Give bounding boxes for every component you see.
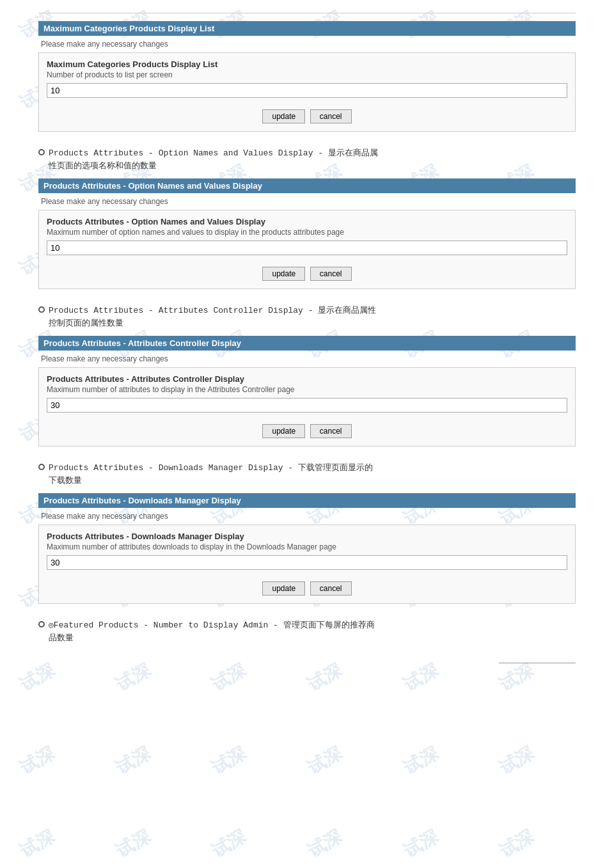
max-categories-input[interactable] [47,83,567,98]
option-names-separator-text: Products Attributes - Option Names and V… [49,147,378,172]
controller-separator-text: Products Attributes - Attributes Control… [49,304,376,329]
featured-separator-line2: 品数量 [49,632,576,643]
option-names-subtitle: Please make any necessary changes [38,196,576,210]
controller-inner: Products Attributes - Attributes Control… [38,367,576,446]
featured-separator: ◎Featured Products - Number to Display A… [38,619,576,632]
option-names-inner-desc: Maximum number of option names and value… [47,228,567,237]
downloads-section: Products Attributes - Downloads Manager … [38,493,576,604]
downloads-separator: Products Attributes - Downloads Manager … [38,462,576,487]
downloads-update-button[interactable]: update [262,581,305,596]
downloads-subtitle: Please make any necessary changes [38,510,576,525]
max-categories-subtitle: Please make any necessary changes [38,38,576,52]
option-names-cancel-button[interactable]: cancel [310,267,352,281]
controller-section: Products Attributes - Attributes Control… [38,336,576,446]
max-categories-inner: Maximum Categories Products Display List… [38,52,576,132]
max-categories-section: Maximum Categories Products Display List… [38,21,576,132]
option-names-section: Products Attributes - Option Names and V… [38,178,576,289]
max-categories-button-row: update cancel [47,109,567,123]
max-categories-update-button[interactable]: update [262,109,305,123]
downloads-button-row: update cancel [47,581,567,596]
option-names-update-button[interactable]: update [262,267,305,281]
controller-inner-title: Products Attributes - Attributes Control… [47,374,567,384]
downloads-separator-text: Products Attributes - Downloads Manager … [49,462,373,487]
max-categories-title-bar: Maximum Categories Products Display List [38,21,576,36]
option-names-inner: Products Attributes - Option Names and V… [38,210,576,289]
controller-title-bar: Products Attributes - Attributes Control… [38,336,576,351]
max-categories-inner-desc: Number of products to list per screen [47,70,567,79]
page-content: Maximum Categories Products Display List… [0,0,614,689]
option-names-separator: Products Attributes - Option Names and V… [38,147,576,172]
controller-input[interactable] [47,398,567,413]
option-names-inner-title: Products Attributes - Option Names and V… [47,217,567,226]
controller-separator: Products Attributes - Attributes Control… [38,304,576,329]
downloads-input[interactable] [47,555,567,570]
controller-subtitle: Please make any necessary changes [38,353,576,367]
option-names-input[interactable] [47,241,567,255]
controller-button-row: update cancel [47,424,567,438]
downloads-inner-desc: Maximum number of attributes downloads t… [47,542,567,551]
downloads-inner: Products Attributes - Downloads Manager … [38,525,576,604]
downloads-inner-title: Products Attributes - Downloads Manager … [47,532,567,541]
downloads-radio [38,464,45,470]
featured-radio [38,621,45,627]
option-names-title-bar: Products Attributes - Option Names and V… [38,178,576,193]
downloads-title-bar: Products Attributes - Downloads Manager … [38,493,576,508]
downloads-cancel-button[interactable]: cancel [310,581,352,596]
featured-separator-text: ◎Featured Products - Number to Display A… [49,619,375,632]
controller-inner-desc: Maximum number of attributes to display … [47,385,567,394]
max-categories-cancel-button[interactable]: cancel [310,109,352,123]
bottom-underline [499,663,576,663]
controller-cancel-button[interactable]: cancel [310,424,352,438]
controller-radio [38,306,45,313]
option-names-radio [38,149,45,155]
option-names-button-row: update cancel [47,267,567,281]
max-categories-inner-title: Maximum Categories Products Display List [47,59,567,69]
controller-update-button[interactable]: update [262,424,305,438]
top-divider [38,13,576,13]
